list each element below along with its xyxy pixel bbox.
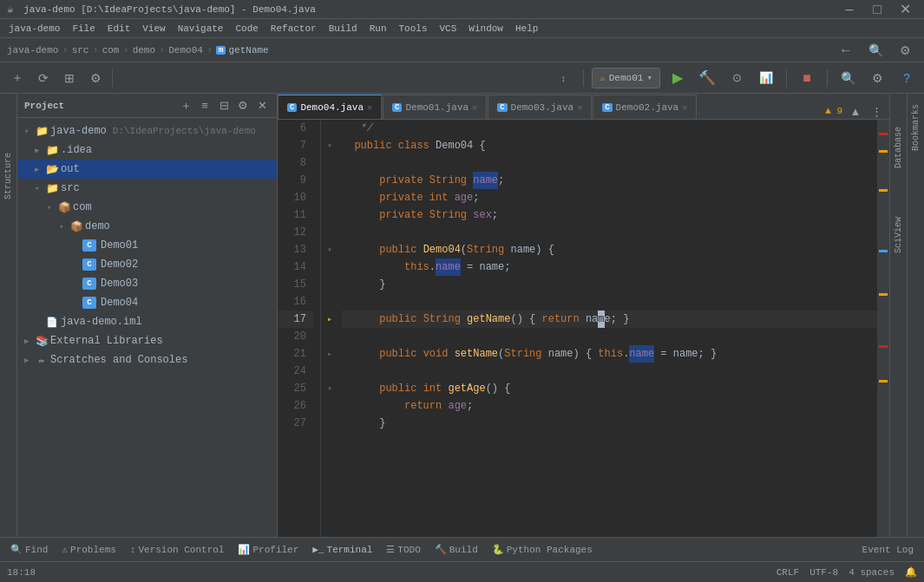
panel-close-button[interactable]: ✕ [254,98,270,114]
menu-navigate[interactable]: Navigate [173,22,229,36]
menu-view[interactable]: View [137,22,170,36]
menu-help[interactable]: Help [510,22,543,36]
tree-item-demo02[interactable]: ▶ C Demo02 [17,255,277,274]
menu-code[interactable]: Code [230,22,263,36]
panel-collapse-button[interactable]: ⊟ [216,98,232,114]
code-line-6: */ [342,120,877,137]
scroll-gutter[interactable] [877,120,889,537]
indent-setting[interactable]: 4 spaces [849,566,895,578]
warning-marker-4 [879,380,888,383]
menu-refactor[interactable]: Refactor [265,22,322,36]
build-tab[interactable]: 🔨 Build [428,540,485,559]
toolbar-sync-button[interactable]: ⟳ [31,66,56,90]
tree-label-root: java-demo [50,125,107,137]
tab-demo04-close[interactable]: ✕ [367,102,372,113]
tree-item-com[interactable]: ▾ 📦 com [17,198,277,217]
editor-settings[interactable]: ⋮ [868,103,884,119]
structure-label[interactable]: Structure [2,146,15,206]
toolbar-git-button[interactable]: ↕ [551,66,575,90]
maximize-button[interactable]: □ [865,0,889,22]
fold-25[interactable]: ▾ [321,380,338,397]
line-ending[interactable]: CRLF [777,566,799,578]
run-button[interactable]: ▶ [665,66,690,90]
profiler-button[interactable]: 📊 [754,66,778,90]
fold-21[interactable]: ▸ [321,345,338,363]
nav-method[interactable]: getName [228,45,268,56]
tree-item-iml[interactable]: ▶ 📄 java-demo.iml [17,312,277,331]
database-label[interactable]: Database [892,120,905,175]
menu-java-demo[interactable]: java-demo [3,22,65,36]
nav-back-button[interactable]: ← [834,38,858,62]
toolbar-add-button[interactable]: ＋ [5,66,29,90]
nav-demo04[interactable]: Demo04 [168,45,203,56]
tree-item-demo[interactable]: ▾ 📦 demo [17,217,277,236]
notifications[interactable]: 🔔 [905,566,917,578]
event-log-tab[interactable]: Event Log [855,540,921,559]
panel-add-button[interactable]: ＋ [178,98,193,114]
bookmarks-label[interactable]: Bookmarks [909,97,922,158]
panel-settings-button[interactable]: ⚙ [235,98,251,114]
code-line-12 [342,224,877,241]
vcs-tab[interactable]: ↕ Version Control [123,540,232,559]
code-content[interactable]: */ public class Demo04 { private String … [338,120,877,537]
nav-project[interactable]: java-demo [7,45,58,56]
tree-item-scratches[interactable]: ▶ ✏️ Scratches and Consoles [17,350,277,369]
menu-tools[interactable]: Tools [394,22,433,36]
tree-item-ext-libs[interactable]: ▶ 📚 External Libraries [17,331,277,350]
sciview-label[interactable]: SciView [892,210,905,260]
stop-button[interactable]: ■ [795,66,819,90]
tree-item-idea[interactable]: ▶ 📁 .idea [17,141,277,160]
tab-demo03-close[interactable]: ✕ [577,102,582,113]
cursor-position[interactable]: 18:18 [7,567,36,578]
find-tab[interactable]: 🔍 Find [3,540,55,559]
tab-demo03[interactable]: C Demo03.java ✕ [488,95,592,119]
menu-vcs[interactable]: VCS [435,22,462,36]
panel-layout-button[interactable]: ≡ [197,98,213,114]
tab-demo03-label: Demo03.java [511,102,574,113]
toolbar-settings-button[interactable]: ⚙ [83,66,108,90]
tab-demo01[interactable]: C Demo01.java ✕ [383,95,487,119]
menu-window[interactable]: Window [463,22,508,36]
build-button[interactable]: 🔨 [695,66,719,90]
menu-file[interactable]: File [67,22,100,36]
problems-tab[interactable]: ⚠ Problems [55,540,122,559]
nav-com[interactable]: com [102,45,120,56]
folder-out-icon: 📂 [46,163,58,175]
tree-item-src[interactable]: ▾ 📁 src [17,179,277,198]
help-button[interactable]: ? [895,66,919,90]
run-config-selector[interactable]: ☕ Demo01 ▾ [592,68,660,88]
fold-13[interactable]: ▾ [321,241,338,258]
tab-demo01-close[interactable]: ✕ [472,102,477,113]
minimize-button[interactable]: – [837,0,862,22]
encoding[interactable]: UTF-8 [809,566,838,578]
tab-demo04[interactable]: C Demo04.java ✕ [278,95,382,119]
fold-7[interactable]: ▾ [321,137,338,154]
nav-settings-button[interactable]: ⚙ [893,38,917,62]
todo-tab[interactable]: ☰ TODO [379,540,427,559]
close-button[interactable]: ✕ [893,0,917,22]
settings-button-right[interactable]: ⚙ [865,66,889,90]
menu-build[interactable]: Build [324,22,363,36]
python-tab[interactable]: 🐍 Python Packages [485,540,600,559]
menu-edit[interactable]: Edit [102,22,135,36]
coverage-button[interactable]: ⊙ [724,66,749,90]
tree-item-root[interactable]: ▾ 📁 java-demo D:\IdeaProjects\java-demo [17,121,277,141]
tab-demo02[interactable]: C Demo02.java ✕ [593,95,697,119]
nav-demo[interactable]: demo [133,45,155,56]
warning-marker-3 [879,293,888,296]
tree-item-out[interactable]: ▶ 📂 out [17,160,277,179]
fold-17[interactable]: ▸ [321,311,338,328]
tree-item-demo04[interactable]: ▶ C Demo04 [17,293,277,312]
toolbar-group-button[interactable]: ⊞ [57,66,82,90]
tree-item-demo01[interactable]: ▶ C Demo01 [17,236,277,255]
tab-demo02-close[interactable]: ✕ [682,102,687,113]
profiler-tab[interactable]: 📊 Profiler [231,540,305,559]
terminal-tab[interactable]: ▶_ Terminal [305,540,379,559]
tree-item-demo03[interactable]: ▶ C Demo03 [17,274,277,293]
editor-collapse-up[interactable]: ▲ [848,103,863,119]
nav-src[interactable]: src [72,45,89,56]
line-numbers: 6 7 8 9 10 11 12 13 14 15 16 17 20 21 24… [278,120,321,537]
search-button[interactable]: 🔍 [836,66,860,90]
menu-run[interactable]: Run [364,22,392,36]
search-everywhere-button[interactable]: 🔍 [863,38,888,62]
